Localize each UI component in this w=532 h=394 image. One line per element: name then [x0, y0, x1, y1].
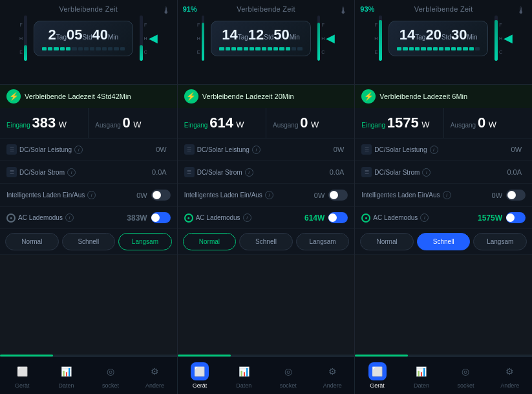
battery-cell	[445, 47, 449, 50]
nav-icon-wrap-socket: ◎	[456, 362, 474, 380]
nav-icon-wrap-andere: ⚙	[501, 362, 519, 380]
nav-item-daten[interactable]: 📊Daten	[222, 357, 266, 394]
battery-cell	[439, 47, 443, 50]
panel-panel-1: Verbleibende Zeit 🌡 F H E 2Tag05Std40Min	[0, 0, 178, 356]
gauge-labels-left: F H E	[374, 23, 378, 54]
mode-btn-normal[interactable]: Normal	[183, 233, 237, 250]
info-icon: i	[67, 168, 76, 177]
nav-icon-andere: ⚙	[151, 366, 159, 377]
nav-icon-wrap-socket: ◎	[101, 362, 120, 380]
battery-cell	[114, 47, 118, 50]
nav-item-gerät[interactable]: ⬜Gerät	[178, 357, 222, 394]
charging-bar: ⚡ Verbleibende Ladezeit 20Min	[178, 84, 355, 108]
mode-btn-langsam[interactable]: Langsam	[118, 233, 172, 250]
charging-text: Verbleibende Ladezeit 20Min	[202, 93, 294, 100]
battery-cell	[84, 47, 89, 50]
scroll-thumb	[178, 355, 231, 356]
mode-btn-schnell[interactable]: Schnell	[239, 233, 293, 250]
panel-panel-3: Verbleibende Zeit 93% 🌡 F H E 14Tag20Std…	[355, 0, 532, 356]
verbleibende-zeit-label: Verbleibende Zeit	[184, 5, 348, 13]
nav-item-daten[interactable]: 📊Daten	[399, 357, 443, 394]
info-icon: i	[420, 213, 429, 222]
row-toggle[interactable]	[328, 190, 348, 201]
charging-icon: ⚡	[184, 89, 198, 104]
gauge-bar-right	[317, 16, 321, 61]
nav-item-daten[interactable]: 📊Daten	[44, 357, 88, 394]
mode-btn-schnell[interactable]: Schnell	[417, 233, 471, 250]
row-toggle[interactable]	[151, 190, 171, 201]
scroll-thumb	[355, 355, 408, 356]
gauge-fill-left	[202, 23, 205, 61]
info-icon: i	[443, 191, 451, 199]
mode-btn-langsam[interactable]: Langsam	[473, 233, 527, 250]
battery-cell	[463, 47, 467, 50]
info-icon: i	[65, 213, 74, 222]
row-toggle[interactable]	[506, 190, 526, 201]
nav-icon-daten: 📊	[416, 366, 427, 377]
ac-row: ● AC Lademodus i 1575W	[355, 207, 532, 229]
battery-cell	[90, 47, 94, 50]
nav-label-gerät: Gerät	[370, 382, 385, 389]
battery-box: 2Tag05Std40Min	[34, 21, 133, 56]
gauge-labels-right: F H C	[499, 23, 502, 54]
gauge-bar-left	[24, 16, 27, 61]
nav-item-andere[interactable]: ⚙Andere	[488, 357, 532, 394]
data-row-2: Intelligentes Laden Ein/Aus i 0W	[0, 184, 177, 207]
nav-icon-socket: ◎	[284, 366, 292, 377]
nav-item-gerät[interactable]: ⬜Gerät	[0, 357, 44, 394]
battery-display: F H E 14Tag12Std50Min	[184, 16, 348, 61]
charging-bar: ⚡ Verbleibende Ladezeit 4Std42Min	[0, 84, 177, 108]
battery-cell	[262, 47, 266, 50]
data-row-0: ☰ DC/Solar Leistung i 0W	[178, 138, 355, 161]
arrow-right: ◀	[149, 31, 158, 45]
gauge-bar-right	[495, 16, 498, 61]
mode-row: Normal Schnell Langsam	[0, 229, 177, 255]
nav-item-gerät[interactable]: ⬜Gerät	[355, 357, 399, 394]
gauge-fill-left	[24, 45, 27, 61]
nav-item-socket[interactable]: ◎socket	[89, 357, 133, 394]
arrow-right: ◀	[504, 31, 513, 45]
info-icon: i	[87, 191, 96, 199]
gauge-labels-right: F H C	[144, 23, 147, 54]
output-item: Ausgang 0 W	[444, 108, 532, 138]
info-icon: i	[430, 146, 438, 154]
output-value: 0	[300, 115, 308, 131]
battery-cell	[54, 47, 58, 50]
gauge-left: F H E	[19, 23, 23, 54]
ac-toggle[interactable]	[328, 212, 348, 223]
ac-toggle[interactable]	[151, 212, 171, 223]
gauge-labels-right: F H C	[321, 23, 325, 54]
nav-icon-wrap-gerät: ⬜	[368, 362, 387, 380]
nav-item-socket[interactable]: ◎socket	[266, 357, 310, 394]
battery-box: 14Tag12Std50Min	[211, 21, 310, 56]
charging-bar: ⚡ Verbleibende Ladezeit 6Min	[355, 84, 532, 108]
gauge-labels-left: F H E	[197, 23, 200, 54]
input-label: Eingang	[361, 122, 387, 129]
gauge-left: F H E	[374, 23, 378, 54]
nav-label-andere: Andere	[500, 382, 519, 389]
battery-cell	[273, 47, 278, 50]
input-value: 614	[209, 115, 233, 131]
ac-label: ● AC Lademodus i	[6, 213, 127, 223]
output-value: 0	[123, 115, 131, 131]
battery-cell	[219, 47, 224, 50]
mode-btn-normal[interactable]: Normal	[360, 233, 414, 250]
mode-btn-schnell[interactable]: Schnell	[62, 233, 116, 250]
mode-btn-normal[interactable]: Normal	[5, 233, 59, 250]
gauge-bar-left	[202, 16, 205, 61]
battery-cell	[237, 47, 242, 50]
nav-icon-daten: 📊	[61, 366, 72, 377]
battery-cell	[48, 47, 52, 50]
scrollable-content: Eingang 614 W Ausgang 0 W ☰ DC/Solar Lei…	[178, 108, 355, 355]
mode-btn-langsam[interactable]: Langsam	[296, 233, 350, 250]
nav-label-daten: Daten	[59, 382, 74, 389]
ac-toggle[interactable]	[506, 212, 526, 223]
nav-label-socket: socket	[457, 382, 474, 389]
nav-icon-wrap-daten: 📊	[412, 362, 431, 380]
nav-item-andere[interactable]: ⚙Andere	[133, 357, 176, 394]
nav-item-socket[interactable]: ◎socket	[443, 357, 487, 394]
row-icon: ☰	[6, 144, 17, 155]
battery-time: 2Tag05Std40Min	[42, 27, 125, 43]
data-row-2: Intelligentes Laden Ein/Aus i 0W	[355, 184, 532, 207]
nav-item-andere[interactable]: ⚙Andere	[310, 357, 354, 394]
